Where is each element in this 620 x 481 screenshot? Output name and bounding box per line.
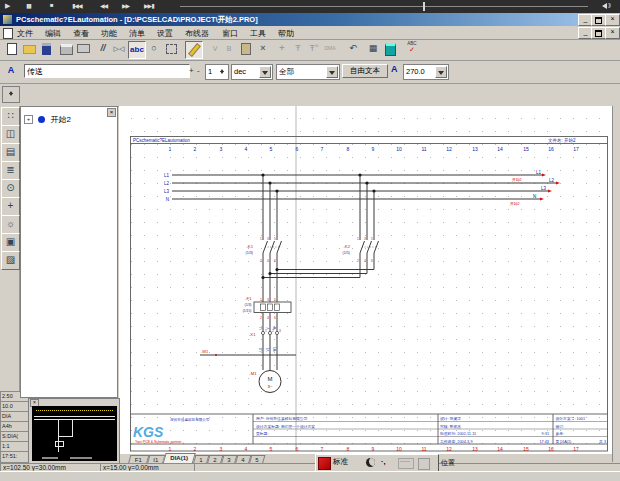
paste-icon[interactable] xyxy=(238,41,254,57)
catalog-icon[interactable]: ▤ xyxy=(1,143,20,162)
panel-close-icon[interactable]: × xyxy=(107,108,116,117)
text-mode-button[interactable]: abc xyxy=(128,41,146,59)
schematic-svg: PCschematic?ELautomation 文件名: 开始2 12 34 … xyxy=(119,106,612,454)
menu-tools[interactable]: 工具 xyxy=(250,28,266,39)
menu-help[interactable]: 帮助 xyxy=(278,28,294,39)
save-view-icon[interactable]: ▣ xyxy=(1,233,20,252)
svg-text:17: 17 xyxy=(573,446,579,452)
media-control-bar: ▶ ▮▮ ■ ▮◀◀ ◀◀ ▶▶ ▶▶▮ )) xyxy=(0,0,620,13)
child-close-button[interactable]: × xyxy=(605,27,620,39)
grid-points-icon[interactable]: ∷ xyxy=(1,107,20,126)
contactor-k1[interactable]: -K1 (1/3) 135 246 xyxy=(246,237,282,264)
ime-mode-button[interactable]: 标准 xyxy=(333,456,348,468)
rewind-icon[interactable]: ◀◀ xyxy=(100,2,107,9)
ime-options-icon[interactable] xyxy=(418,458,430,470)
new-icon[interactable] xyxy=(4,41,20,57)
symbols-icon[interactable]: ▷◁ xyxy=(111,41,127,57)
reference-point2-icon[interactable]: Ŧ° xyxy=(306,41,322,57)
move-icon[interactable]: + xyxy=(274,41,290,57)
menu-view[interactable]: 查看 xyxy=(73,28,89,39)
menu-functions[interactable]: 功能 xyxy=(101,28,117,39)
menu-file[interactable]: 文件 xyxy=(17,28,33,39)
increase-button[interactable]: + xyxy=(189,66,194,75)
svg-text:15: 15 xyxy=(523,446,529,452)
scope-dropdown[interactable]: 全部 xyxy=(276,64,340,80)
stop-icon[interactable]: ■ xyxy=(50,2,53,8)
menu-edit[interactable]: 编辑 xyxy=(45,28,61,39)
skip-end-icon[interactable]: ▶▶▮ xyxy=(144,2,154,9)
ime-punctuation-button[interactable]: ·, xyxy=(381,456,386,468)
tb-revision: 修订: xyxy=(556,424,565,429)
text-toolbar: A + - 1 dec 全部 自由文本 A 270.0 xyxy=(0,60,620,84)
m1-phase: 3~ xyxy=(268,384,273,389)
circle-mode-icon[interactable]: ○ xyxy=(146,41,162,57)
tb-reference: 参考: xyxy=(556,431,565,436)
schematic-canvas[interactable]: PCschematic?ELautomation 文件名: 开始2 12 34 … xyxy=(119,106,612,454)
menu-lists[interactable]: 清单 xyxy=(129,28,145,39)
reference-point-icon[interactable]: Ŧ xyxy=(290,41,306,57)
restore-button[interactable] xyxy=(591,14,606,26)
vertical-scrollbar[interactable] xyxy=(612,106,620,462)
area-select-icon[interactable] xyxy=(163,41,179,57)
delete-icon[interactable]: × xyxy=(255,41,271,57)
document-icon[interactable] xyxy=(3,28,13,39)
text-value-input[interactable] xyxy=(24,64,190,78)
tree-root-item[interactable]: + 开始2 xyxy=(24,114,71,125)
play-icon[interactable]: ▶ xyxy=(5,2,9,10)
skip-start-icon[interactable]: ▮◀◀ xyxy=(72,2,82,9)
tb-progress-time: 17:43 xyxy=(539,440,549,444)
settings-gear-icon[interactable]: ☼ xyxy=(1,215,20,234)
font-icon[interactable]: A xyxy=(3,63,19,79)
k1-name: -K1 xyxy=(246,244,253,249)
svg-text:6: 6 xyxy=(371,259,373,263)
database-icon[interactable]: ▦ xyxy=(365,41,381,57)
center-symbol-icon[interactable]: ◫ xyxy=(1,125,20,144)
list-icon[interactable]: ≣ xyxy=(1,161,20,180)
bus-label-icon[interactable]: B xyxy=(221,41,237,57)
media-slider-thumb[interactable] xyxy=(423,2,425,11)
spellcheck-icon[interactable]: ABC✓ xyxy=(404,40,420,56)
menu-router[interactable]: 布线器 xyxy=(185,28,209,39)
svg-text:16: 16 xyxy=(548,446,554,452)
svg-text:5: 5 xyxy=(274,298,276,302)
volume-icon[interactable] xyxy=(599,3,607,9)
text-size-stepper[interactable]: 1 xyxy=(205,64,229,80)
pause-icon[interactable]: ▮▮ xyxy=(26,2,31,9)
pencil-icon[interactable] xyxy=(185,41,203,59)
child-restore-button[interactable] xyxy=(591,27,606,39)
symbol-page-stepper[interactable] xyxy=(2,86,20,103)
motor-m1[interactable]: M 3~ -M1 xyxy=(249,371,281,393)
svg-text:3: 3 xyxy=(279,329,281,333)
contactor-k2[interactable]: -K2 (1/5) 135 246 xyxy=(343,237,379,264)
ime-fullwidth-icon[interactable] xyxy=(366,458,375,467)
close-button[interactable]: × xyxy=(605,14,620,26)
crosshair-icon[interactable]: + xyxy=(1,197,20,216)
tree-item-label[interactable]: 开始2 xyxy=(50,115,70,124)
zoom-icon[interactable]: ⊙ xyxy=(1,179,20,198)
media-slider-track[interactable] xyxy=(180,6,588,7)
menu-bar: 文件 编辑 查看 功能 清单 设置 布线器 窗口 工具 帮助 _ × xyxy=(0,26,620,40)
free-text-button[interactable]: 自由文本 xyxy=(342,64,388,78)
angle-dropdown[interactable]: 270.0 xyxy=(403,64,449,80)
thermal-relay-f1[interactable]: -F1 (1/3) (1/15) 135 246 xyxy=(243,296,291,320)
svg-text:15: 15 xyxy=(523,146,529,152)
undo-icon[interactable]: ↶ xyxy=(345,41,361,57)
forward-icon[interactable]: ▶▶ xyxy=(122,2,129,9)
menu-settings[interactable]: 设置 xyxy=(157,28,173,39)
component-3d-icon[interactable] xyxy=(382,41,398,57)
tree-expand-icon[interactable]: + xyxy=(24,115,33,124)
ime-keyboard-icon[interactable] xyxy=(398,458,414,469)
ime-input-method-icon[interactable] xyxy=(318,457,331,470)
save-icon[interactable] xyxy=(38,41,54,57)
rotate-text-icon[interactable]: A xyxy=(391,64,398,74)
note-icon[interactable]: ▨ xyxy=(1,251,20,270)
print-settings-icon[interactable] xyxy=(75,41,91,57)
unit-dropdown[interactable]: dec xyxy=(231,64,273,80)
draw-lines-icon[interactable]: // xyxy=(95,41,111,57)
decrease-button[interactable]: - xyxy=(197,66,200,75)
print-icon[interactable] xyxy=(58,41,74,57)
preview-content[interactable] xyxy=(32,406,117,461)
menu-window[interactable]: 窗口 xyxy=(222,28,238,39)
open-folder-icon[interactable] xyxy=(21,41,37,57)
dma-icon[interactable]: DMA xyxy=(322,41,338,57)
